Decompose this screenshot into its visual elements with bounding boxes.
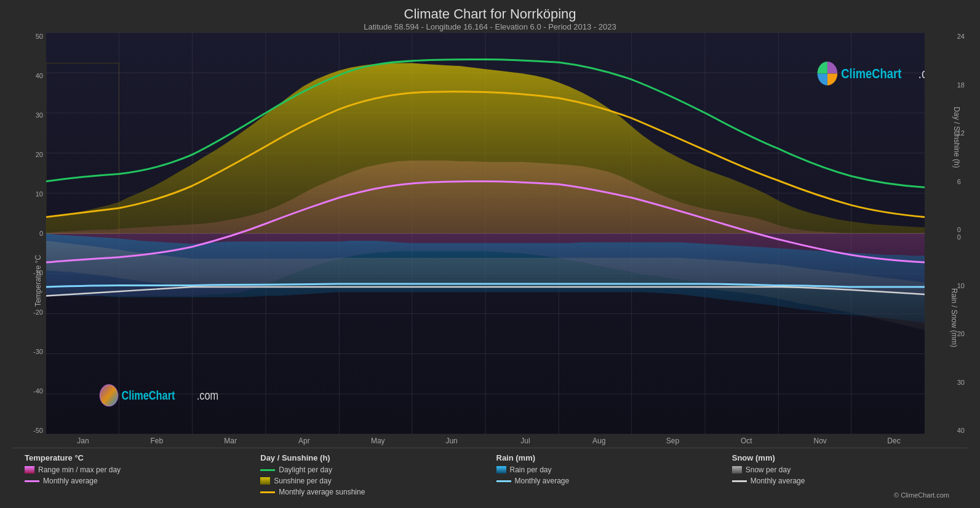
x-label-jul: Jul: [488, 437, 562, 445]
y-right-24h: 24: [957, 33, 965, 40]
legend-col-rain: Rain (mm) Rain per day Monthly average: [490, 453, 726, 499]
legend-temp-range-label: Range min / max per day: [38, 466, 121, 474]
snow-swatch: [732, 466, 742, 474]
chart-main: ClimeChart .com ClimeChart .com: [46, 33, 925, 434]
legend-snow-per-day: Snow per day: [732, 466, 955, 474]
legend-col-temp: Temperature °C Range min / max per day M…: [18, 453, 254, 499]
page-wrapper: Climate Chart for Norrköping Latitude 58…: [0, 0, 980, 508]
legend-temp-avg-label: Monthly average: [43, 477, 98, 485]
x-label-feb: Feb: [120, 437, 194, 445]
y-left-n40: -40: [12, 387, 43, 395]
legend-snow-title: Snow (mm): [732, 453, 955, 462]
y-axis-right: 24 18 12 6 0 0 10 20 30 40 Day / Sunshin…: [925, 33, 968, 434]
legend-daylight-label: Daylight per day: [279, 466, 332, 474]
legend-snow-avg-label: Monthly average: [751, 477, 805, 485]
svg-point-25: [100, 385, 118, 406]
y-right-6h: 6: [957, 178, 965, 185]
y-axis-left: Temperature °C 50 40 30 20 10 0 -10 -20 …: [12, 33, 46, 434]
y-left-50: 50: [12, 33, 43, 40]
y-right-0h: 0: [957, 226, 965, 233]
daylight-line-swatch: [260, 469, 275, 471]
x-label-sep: Sep: [636, 437, 710, 445]
sunshine-avg-line-swatch: [260, 491, 275, 493]
chart-area: Temperature °C 50 40 30 20 10 0 -10 -20 …: [12, 33, 968, 434]
x-label-nov: Nov: [783, 437, 857, 445]
rain-swatch: [496, 466, 506, 474]
y-left-10: 10: [12, 190, 43, 198]
legend-rain-avg: Monthly average: [496, 477, 720, 485]
x-label-apr: Apr: [267, 437, 341, 445]
legend-sunshine-avg: Monthly average sunshine: [260, 488, 484, 496]
chart-header: Climate Chart for Norrköping Latitude 58…: [12, 6, 968, 31]
legend-rain-title: Rain (mm): [496, 453, 720, 462]
footer-credit: © ClimeChart.com: [732, 491, 955, 499]
svg-text:ClimeChart: ClimeChart: [841, 66, 901, 81]
y-right-18h: 18: [957, 81, 965, 89]
legend-snow-per-day-label: Snow per day: [746, 466, 791, 474]
legend-temp-title: Temperature °C: [25, 453, 248, 462]
svg-text:ClimeChart: ClimeChart: [121, 389, 175, 403]
legend-daylight: Daylight per day: [260, 466, 484, 474]
x-label-aug: Aug: [562, 437, 636, 445]
x-label-mar: Mar: [194, 437, 268, 445]
chart-title: Climate Chart for Norrköping: [12, 6, 968, 22]
temp-range-swatch: [25, 466, 34, 474]
legend-rain-per-day: Rain per day: [496, 466, 720, 474]
legend-col-sunshine: Day / Sunshine (h) Daylight per day Suns…: [254, 453, 490, 499]
svg-text:.com: .com: [197, 389, 218, 403]
y-left-0: 0: [12, 230, 43, 237]
legend-area: Temperature °C Range min / max per day M…: [12, 448, 968, 502]
y-left-n50: -50: [12, 427, 43, 434]
sunshine-swatch: [260, 477, 270, 485]
legend-sunshine-title: Day / Sunshine (h): [260, 453, 484, 462]
y-axis-left-label: Temperature °C: [34, 238, 42, 324]
legend-rain-avg-label: Monthly average: [515, 477, 570, 485]
chart-subtitle: Latitude 58.594 - Longitude 16.164 - Ele…: [12, 22, 968, 31]
y-right-40mm: 40: [957, 427, 965, 434]
y-right-30mm: 30: [957, 379, 965, 386]
legend-sunshine-per-day: Sunshine per day: [260, 477, 484, 485]
x-label-dec: Dec: [857, 437, 931, 445]
x-label-oct: Oct: [709, 437, 783, 445]
snow-avg-line-swatch: [732, 480, 747, 482]
legend-rain-per-day-label: Rain per day: [510, 466, 552, 474]
legend-sunshine-per-day-label: Sunshine per day: [274, 477, 331, 485]
svg-text:.com: .com: [918, 66, 925, 81]
x-label-jun: Jun: [415, 437, 488, 445]
legend-temp-range: Range min / max per day: [25, 466, 248, 474]
y-right-0mm: 0: [957, 233, 965, 241]
x-label-may: May: [341, 437, 415, 445]
legend-col-snow: Snow (mm) Snow per day Monthly average ©…: [726, 453, 962, 499]
legend-snow-avg: Monthly average: [732, 477, 955, 485]
y-left-30: 30: [12, 111, 43, 119]
chart-svg: ClimeChart .com ClimeChart .com: [46, 33, 925, 434]
legend-temp-avg: Monthly average: [25, 477, 248, 485]
y-left-n30: -30: [12, 348, 43, 355]
temp-avg-line-swatch: [25, 480, 39, 482]
rain-avg-line-swatch: [496, 480, 511, 482]
legend-sunshine-avg-label: Monthly average sunshine: [279, 488, 365, 496]
x-label-jan: Jan: [46, 437, 120, 445]
y-left-40: 40: [12, 72, 43, 79]
x-axis: Jan Feb Mar Apr May Jun Jul Aug Sep Oct …: [46, 434, 931, 448]
y-left-20: 20: [12, 151, 43, 158]
